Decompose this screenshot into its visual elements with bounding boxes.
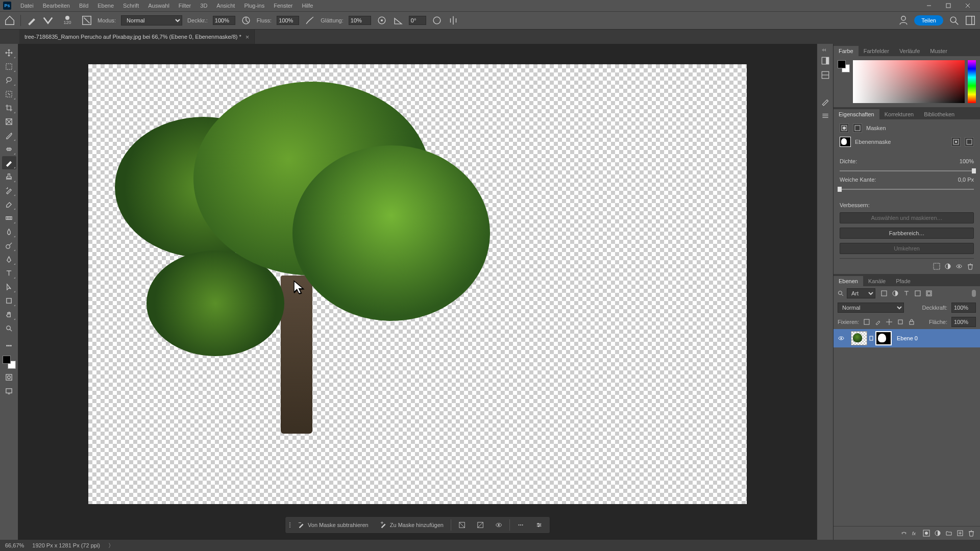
tab-verlaeufe[interactable]: Verläufe: [894, 46, 925, 56]
more-icon[interactable]: [512, 519, 529, 531]
menu-bearbeiten[interactable]: Bearbeiten: [39, 1, 74, 10]
adjustment-layer-icon[interactable]: [934, 530, 941, 537]
drag-handle-icon[interactable]: [287, 522, 291, 528]
home-icon[interactable]: [4, 15, 15, 26]
zoom-level[interactable]: 66,67%: [5, 542, 24, 548]
select-mask-icon[interactable]: [951, 137, 961, 146]
expand-icon[interactable]: [821, 47, 826, 53]
heal-tool[interactable]: [2, 142, 16, 156]
close-icon[interactable]: ×: [246, 33, 250, 41]
angle-icon[interactable]: [393, 15, 404, 26]
visibility-icon[interactable]: [838, 335, 845, 342]
menu-plugins[interactable]: Plug-ins: [240, 1, 268, 10]
filter-pixel-icon[interactable]: [880, 290, 888, 297]
window-close[interactable]: [959, 0, 977, 11]
zoom-tool[interactable]: [2, 321, 16, 335]
menu-datei[interactable]: Datei: [16, 1, 38, 10]
crop-tool[interactable]: [2, 101, 16, 114]
filter-adjust-icon[interactable]: [892, 290, 899, 297]
menu-ansicht[interactable]: Ansicht: [212, 1, 239, 10]
add-to-mask-button[interactable]: Zu Maske hinzufügen: [375, 519, 449, 531]
type-tool[interactable]: [2, 266, 16, 280]
symmetry-icon[interactable]: [448, 15, 459, 26]
canvas[interactable]: [88, 64, 747, 504]
menu-auswahl[interactable]: Auswahl: [144, 1, 174, 10]
menu-schrift[interactable]: Schrift: [119, 1, 143, 10]
search-icon[interactable]: [838, 290, 844, 296]
menu-filter[interactable]: Filter: [175, 1, 195, 10]
foreground-background-colors[interactable]: [2, 355, 17, 370]
invite-icon[interactable]: [898, 15, 909, 26]
window-maximize[interactable]: [939, 0, 958, 11]
opacity-input[interactable]: [213, 16, 235, 25]
opacity-pressure-icon[interactable]: [240, 15, 252, 26]
menu-hilfe[interactable]: Hilfe: [298, 1, 317, 10]
flow-input[interactable]: [277, 16, 299, 25]
airbrush-icon[interactable]: [304, 15, 315, 26]
load-selection-icon[interactable]: [933, 263, 940, 270]
panel-icon-3[interactable]: [821, 97, 830, 106]
size-pressure-icon[interactable]: [431, 15, 443, 26]
menu-fenster[interactable]: Fenster: [270, 1, 297, 10]
add-vector-mask-icon[interactable]: [965, 137, 974, 146]
settings-icon[interactable]: [530, 519, 548, 531]
document-info[interactable]: 1920 Px x 1281 Px (72 ppi): [32, 542, 100, 548]
menu-bild[interactable]: Bild: [75, 1, 92, 10]
mask-disable-icon[interactable]: [472, 519, 489, 531]
share-button[interactable]: Teilen: [914, 15, 943, 26]
dodge-tool[interactable]: [2, 239, 16, 252]
canvas-area[interactable]: Von Maske subtrahieren Zu Maske hinzufüg…: [18, 44, 817, 540]
hand-tool[interactable]: [2, 308, 16, 321]
color-field[interactable]: [853, 60, 965, 103]
path-select-tool[interactable]: [2, 280, 16, 293]
pen-tool[interactable]: [2, 253, 16, 266]
hue-slider[interactable]: [968, 60, 976, 103]
tab-bibliotheken[interactable]: Bibliotheken: [919, 109, 960, 119]
disable-mask-icon[interactable]: [955, 263, 963, 270]
fx-icon[interactable]: fx: [912, 530, 919, 537]
lock-all-icon[interactable]: [908, 318, 915, 325]
color-swatches[interactable]: [838, 60, 850, 72]
window-minimize[interactable]: [920, 0, 938, 11]
tab-kanaele[interactable]: Kanäle: [863, 276, 891, 286]
tab-pfade[interactable]: Pfade: [891, 276, 916, 286]
brush-settings-icon[interactable]: [81, 15, 92, 26]
screen-mode-icon[interactable]: [2, 384, 16, 397]
object-select-tool[interactable]: [2, 87, 16, 101]
mask-invert-icon[interactable]: [453, 519, 471, 531]
tab-ebenen[interactable]: Ebenen: [834, 276, 863, 286]
eraser-tool[interactable]: [2, 197, 16, 211]
marquee-tool[interactable]: [2, 60, 16, 73]
panel-icon-2[interactable]: [821, 70, 830, 80]
tab-korrekturen[interactable]: Korrekturen: [879, 109, 919, 119]
gradient-tool[interactable]: [2, 211, 16, 224]
move-tool[interactable]: [2, 46, 16, 59]
menu-ebene[interactable]: Ebene: [93, 1, 118, 10]
filter-toggle[interactable]: [972, 290, 976, 297]
lock-nest-icon[interactable]: [897, 318, 904, 325]
color-range-button[interactable]: Farbbereich…: [840, 228, 974, 239]
brush-preview[interactable]: 120: [59, 13, 76, 28]
search-icon[interactable]: [948, 15, 960, 26]
history-brush-tool[interactable]: [2, 184, 16, 197]
eyedropper-tool[interactable]: [2, 129, 16, 142]
tab-eigenschaften[interactable]: Eigenschaften: [834, 109, 879, 119]
lock-trans-icon[interactable]: [863, 318, 870, 325]
document-tab[interactable]: tree-7186835_Ramon Perucho auf Pixabay.j…: [19, 30, 255, 44]
vector-mask-icon[interactable]: [853, 123, 862, 133]
tab-farbe[interactable]: Farbe: [834, 46, 859, 56]
layer-opacity-input[interactable]: [951, 303, 976, 313]
group-icon[interactable]: [945, 530, 952, 537]
panel-icon-4[interactable]: [821, 111, 830, 120]
chevron-right-icon[interactable]: 〉: [108, 542, 114, 549]
filter-type-icon[interactable]: [903, 290, 910, 297]
lock-pos-icon[interactable]: [886, 318, 893, 325]
tab-farbfelder[interactable]: Farbfelder: [859, 46, 894, 56]
quick-mask-icon[interactable]: [2, 370, 16, 384]
lasso-tool[interactable]: [2, 73, 16, 87]
blur-tool[interactable]: [2, 225, 16, 238]
blend-mode-select[interactable]: Normal: [838, 303, 904, 313]
invert-button[interactable]: Umkehren: [840, 243, 974, 254]
layer-fill-input[interactable]: [951, 317, 976, 327]
smoothing-settings-icon[interactable]: [376, 15, 387, 26]
